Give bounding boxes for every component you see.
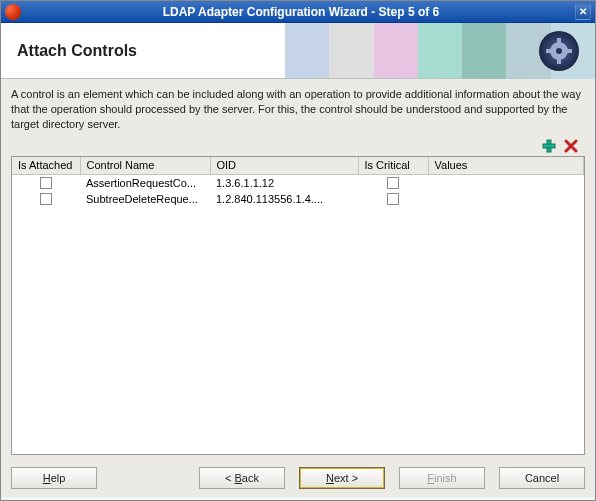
svg-rect-4: [546, 49, 552, 53]
cell-oid[interactable]: 1.2.840.113556.1.4....: [210, 191, 358, 207]
cell-name[interactable]: SubtreeDeleteReque...: [80, 191, 210, 207]
table-row[interactable]: SubtreeDeleteReque...1.2.840.113556.1.4.…: [12, 191, 584, 207]
cell-name[interactable]: AssertionRequestCo...: [80, 175, 210, 191]
svg-rect-3: [557, 58, 561, 64]
svg-rect-2: [557, 38, 561, 44]
critical-checkbox[interactable]: [387, 177, 399, 189]
wizard-button-bar: Help < Back Next > Finish Cancel: [1, 459, 595, 497]
cell-values[interactable]: [428, 175, 584, 191]
table-header-row: Is Attached Control Name OID Is Critical…: [12, 157, 584, 175]
cell-oid[interactable]: 1.3.6.1.1.12: [210, 175, 358, 191]
close-icon[interactable]: ✕: [575, 4, 591, 20]
cell-values[interactable]: [428, 191, 584, 207]
back-button[interactable]: < Back: [199, 467, 285, 489]
table-toolbar: [11, 138, 585, 154]
instructions-text: A control is an element which can be inc…: [11, 87, 585, 132]
help-button[interactable]: Help: [11, 467, 97, 489]
banner: Attach Controls: [1, 23, 595, 79]
add-icon[interactable]: [541, 138, 557, 154]
attached-checkbox[interactable]: [40, 193, 52, 205]
cancel-button[interactable]: Cancel: [499, 467, 585, 489]
page-title: Attach Controls: [17, 42, 137, 60]
svg-rect-7: [543, 144, 555, 148]
banner-gear-icon: [539, 31, 579, 71]
table-row[interactable]: AssertionRequestCo...1.3.6.1.1.12: [12, 175, 584, 191]
titlebar: LDAP Adapter Configuration Wizard - Step…: [1, 1, 595, 23]
col-header-values[interactable]: Values: [428, 157, 584, 175]
critical-checkbox[interactable]: [387, 193, 399, 205]
attached-checkbox[interactable]: [40, 177, 52, 189]
content-area: A control is an element which can be inc…: [1, 79, 595, 459]
app-icon: [5, 4, 21, 20]
col-header-attached[interactable]: Is Attached: [12, 157, 80, 175]
remove-icon[interactable]: [563, 138, 579, 154]
col-header-critical[interactable]: Is Critical: [358, 157, 428, 175]
window-title: LDAP Adapter Configuration Wizard - Step…: [27, 5, 575, 19]
controls-table[interactable]: Is Attached Control Name OID Is Critical…: [11, 156, 585, 455]
col-header-name[interactable]: Control Name: [80, 157, 210, 175]
col-header-oid[interactable]: OID: [210, 157, 358, 175]
finish-button: Finish: [399, 467, 485, 489]
svg-rect-5: [566, 49, 572, 53]
svg-point-1: [556, 48, 562, 54]
next-button[interactable]: Next >: [299, 467, 385, 489]
